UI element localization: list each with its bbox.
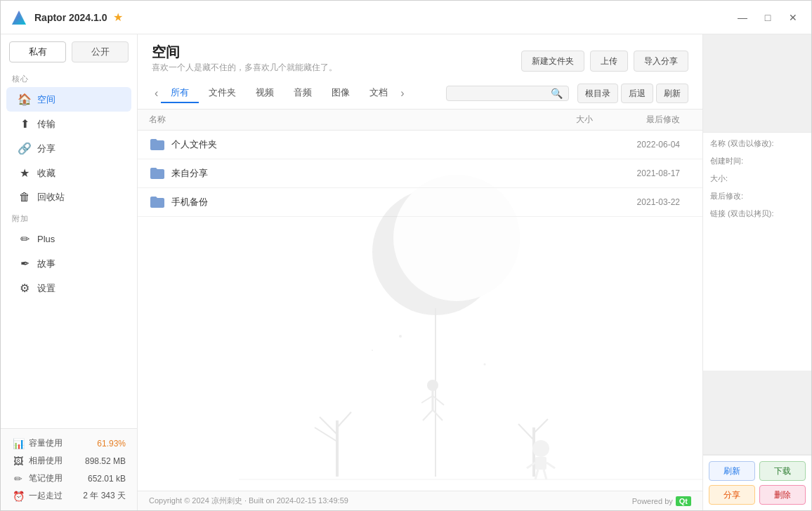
svg-point-25 — [399, 335, 402, 338]
space-icon: 🏠 — [18, 93, 32, 106]
powered-by-label: Powered by — [632, 497, 673, 505]
svg-point-27 — [372, 350, 373, 351]
filter-tab-all[interactable]: 所有 — [161, 84, 199, 103]
right-panel-actions: 刷新 下载 分享 删除 — [703, 455, 811, 510]
together-value: 2 年 343 天 — [83, 490, 126, 502]
folder-icon — [149, 136, 166, 153]
refresh-button[interactable]: 刷新 — [656, 84, 688, 103]
svg-line-13 — [337, 412, 351, 427]
sidebar-item-settings-label: 设置 — [37, 282, 55, 295]
tab-private[interactable]: 私有 — [9, 41, 66, 62]
new-folder-button[interactable]: 新建文件夹 — [521, 51, 584, 72]
file-row[interactable]: 来自分享 2021-08-17 — [138, 159, 702, 188]
capacity-label: 容量使用 — [29, 437, 93, 449]
sidebar: 私有 公开 核心 🏠 空间 ⬆ 传输 🔗 分享 ★ 收藏 🗑 — [1, 34, 138, 510]
search-input[interactable] — [452, 88, 551, 98]
field-modified: 最后修改: — [710, 191, 804, 201]
sidebar-item-share[interactable]: 🔗 分享 — [6, 136, 131, 161]
capacity-value: 61.93% — [97, 439, 126, 449]
capacity-icon: 📊 — [12, 438, 25, 449]
album-icon: 🖼 — [12, 456, 25, 467]
sidebar-item-collect-label: 收藏 — [37, 167, 55, 180]
filter-tab-doc[interactable]: 文档 — [360, 84, 398, 103]
sidebar-item-plus-label: Plus — [37, 234, 55, 244]
page-subtitle: 喜欢一个人是藏不住的，多喜欢几个就能藏住了。 — [152, 62, 337, 74]
stat-notes: ✏ 笔记使用 652.01 kB — [9, 470, 129, 487]
filter-prev-button[interactable]: ‹ — [152, 87, 161, 100]
col-date: 最后修改 — [593, 114, 691, 126]
field-modified-label: 最后修改: — [710, 191, 804, 201]
svg-line-10 — [433, 410, 443, 420]
file-row[interactable]: 手机备份 2021-03-22 — [138, 188, 702, 217]
svg-line-9 — [423, 410, 433, 420]
collect-icon: ★ — [18, 166, 32, 180]
file-name: 来自分享 — [171, 167, 509, 180]
main-layout: 私有 公开 核心 🏠 空间 ⬆ 传输 🔗 分享 ★ 收藏 🗑 — [1, 34, 811, 510]
svg-rect-19 — [535, 457, 546, 470]
folder-icon — [149, 165, 166, 182]
svg-point-5 — [427, 380, 438, 391]
svg-point-18 — [532, 440, 549, 457]
sidebar-item-space-label: 空间 — [37, 93, 55, 106]
filter-next-button[interactable]: › — [398, 87, 407, 100]
field-created-label: 创建时间: — [710, 156, 804, 166]
minimize-button[interactable]: — — [733, 8, 752, 27]
app-window: Raptor 2024.1.0 ★ — □ ✕ 私有 公开 核心 🏠 空间 ⬆ … — [0, 0, 812, 511]
sidebar-item-space[interactable]: 🏠 空间 — [6, 87, 131, 112]
rp-refresh-button[interactable]: 刷新 — [709, 461, 755, 481]
import-share-button[interactable]: 导入分享 — [634, 51, 688, 72]
col-size: 大小 — [509, 114, 593, 126]
footer: Copyright © 2024 凉州刺史 · Built on 2024-02… — [138, 491, 702, 510]
file-list-header: 名称 大小 最后修改 — [138, 109, 702, 131]
rp-share-button[interactable]: 分享 — [709, 485, 755, 505]
sidebar-spacer — [1, 300, 137, 428]
together-icon: ⏰ — [12, 491, 25, 502]
field-size: 大小: — [710, 173, 804, 184]
sidebar-stats: 📊 容量使用 61.93% 🖼 相册使用 898.52 MB ✏ 笔记使用 65… — [1, 428, 137, 510]
filter-row: ‹ 所有 文件夹 视频 音频 图像 文档 › 🔍 根目录 — [152, 84, 688, 103]
file-row[interactable]: 个人文件夹 2022-06-04 — [138, 131, 702, 159]
field-link-label: 链接 (双击以拷贝): — [710, 208, 804, 219]
tab-public[interactable]: 公开 — [72, 41, 129, 62]
file-list-area: 名称 大小 最后修改 个人文件夹 2022-06-04 — [138, 109, 702, 491]
sidebar-item-transfer[interactable]: ⬆ 传输 — [6, 112, 131, 136]
page-title: 空间 — [152, 43, 337, 62]
notes-label: 笔记使用 — [29, 472, 84, 484]
svg-line-7 — [421, 396, 433, 403]
svg-point-26 — [484, 364, 486, 366]
action-buttons: 新建文件夹 上传 导入分享 — [521, 51, 688, 72]
sidebar-item-trash[interactable]: 🗑 回收站 — [6, 185, 131, 209]
back-button[interactable]: 后退 — [621, 84, 653, 103]
filter-tab-video[interactable]: 视频 — [246, 84, 284, 103]
sidebar-item-collect[interactable]: ★ 收藏 — [6, 161, 131, 185]
content-area: 空间 喜欢一个人是藏不住的，多喜欢几个就能藏住了。 新建文件夹 上传 导入分享 … — [138, 34, 702, 510]
sidebar-item-share-label: 分享 — [37, 142, 55, 155]
plus-icon: ✏ — [18, 232, 32, 246]
search-icon-button[interactable]: 🔍 — [551, 88, 563, 99]
svg-line-20 — [527, 463, 535, 468]
footer-copyright: Copyright © 2024 凉州刺史 · Built on 2024-02… — [149, 496, 348, 506]
qt-badge: Qt — [676, 496, 691, 506]
sidebar-item-settings[interactable]: ⚙ 设置 — [6, 276, 131, 300]
titlebar: Raptor 2024.1.0 ★ — □ ✕ — [1, 1, 811, 34]
window-controls: — □ ✕ — [733, 8, 803, 27]
sidebar-item-story-label: 故事 — [37, 258, 55, 270]
rp-download-button[interactable]: 下载 — [759, 461, 806, 481]
filter-tab-folder[interactable]: 文件夹 — [199, 84, 246, 103]
content-header-top: 空间 喜欢一个人是藏不住的，多喜欢几个就能藏住了。 新建文件夹 上传 导入分享 — [152, 43, 688, 79]
close-button[interactable]: ✕ — [783, 8, 803, 27]
file-date: 2021-08-17 — [593, 168, 691, 178]
sidebar-item-story[interactable]: ✒ 故事 — [6, 251, 131, 276]
file-date: 2022-06-04 — [593, 140, 691, 150]
right-panel-preview — [703, 34, 811, 133]
upload-button[interactable]: 上传 — [590, 51, 628, 72]
sidebar-item-plus[interactable]: ✏ Plus — [6, 227, 131, 251]
svg-line-8 — [433, 396, 444, 405]
filter-tab-audio[interactable]: 音频 — [284, 84, 322, 103]
maximize-button[interactable]: □ — [758, 8, 778, 27]
root-dir-button[interactable]: 根目录 — [577, 84, 618, 103]
share-icon: 🔗 — [18, 142, 32, 155]
notes-value: 652.01 kB — [88, 474, 126, 484]
rp-delete-button[interactable]: 删除 — [759, 485, 806, 505]
filter-tab-image[interactable]: 图像 — [322, 84, 360, 103]
